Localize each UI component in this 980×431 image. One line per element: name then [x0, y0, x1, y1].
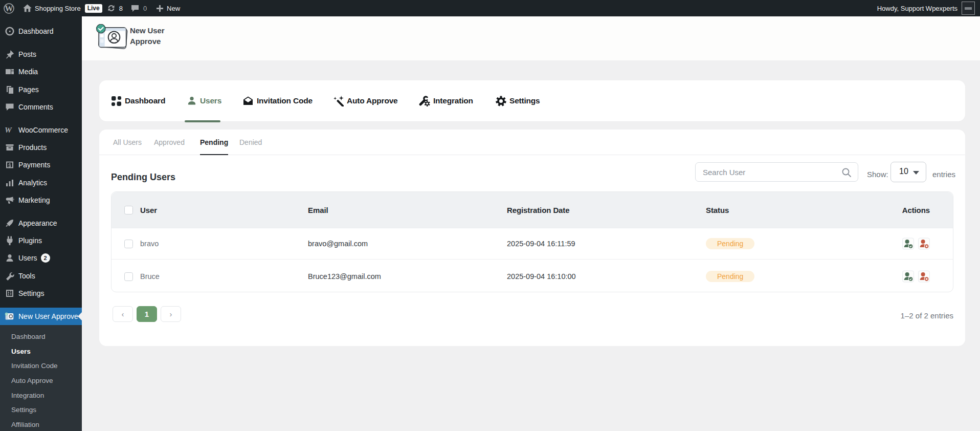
svg-text:W: W	[5, 126, 12, 134]
svg-text:W: W	[5, 4, 13, 13]
